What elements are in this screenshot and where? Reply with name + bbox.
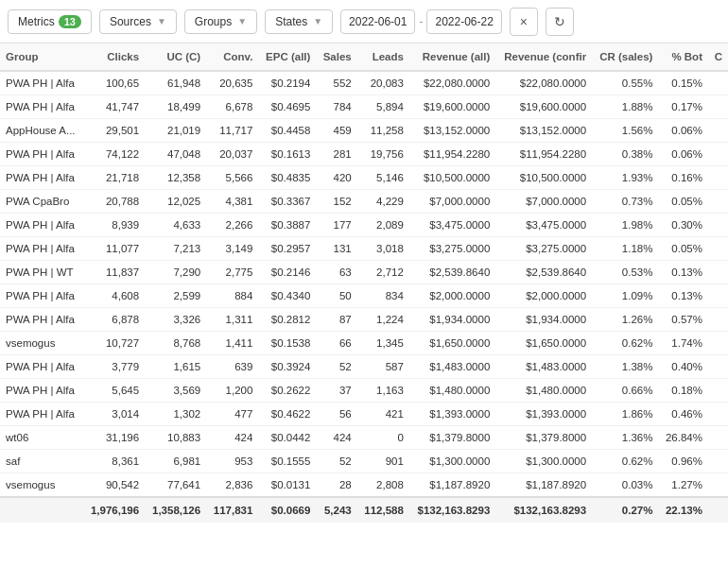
cell-9-9: 1.09%	[592, 284, 658, 308]
refresh-button[interactable]: ↻	[546, 8, 574, 36]
cell-15-3: 424	[206, 426, 258, 450]
cell-16-1: 8,361	[83, 450, 145, 473]
cell-10-3: 1,311	[206, 308, 258, 332]
cell-17-6: 2,808	[357, 473, 409, 498]
cell-11-3: 1,411	[206, 332, 258, 355]
cell-13-6: 1,163	[357, 379, 409, 403]
cell-4-2: 12,358	[145, 166, 206, 190]
table-row[interactable]: AppHouse A...29,50121,01911,717$0.445845…	[0, 119, 728, 143]
cell-5-3: 4,381	[206, 190, 258, 214]
col-header-conv-: Conv.	[206, 43, 258, 71]
cell-2-6: 11,258	[357, 119, 409, 143]
col-header-uc--c-: UC (C)	[145, 43, 206, 71]
toolbar: Metrics 13 Sources ▼ Groups ▼ States ▼ 2…	[0, 0, 728, 43]
footer-cell-0	[0, 497, 83, 523]
metrics-button[interactable]: Metrics 13	[8, 9, 92, 34]
col-header-revenue--confir: Revenue (confir	[495, 43, 592, 71]
cell-2-2: 21,019	[145, 119, 206, 143]
cell-7-4: $0.2957	[258, 237, 316, 261]
cell-1-6: 5,894	[357, 95, 409, 119]
cell-13-3: 1,200	[206, 379, 258, 403]
cell-0-9: 0.55%	[592, 71, 658, 95]
clear-button[interactable]: ×	[510, 8, 538, 36]
cell-16-11	[708, 450, 728, 473]
table-row[interactable]: PWA PH | Alfa3,7791,615639$0.392452587$1…	[0, 355, 728, 379]
groups-chevron: ▼	[237, 16, 247, 26]
cell-1-4: $0.4695	[258, 95, 316, 119]
table-row[interactable]: PWA PH | WT11,8377,2902,775$0.2146632,71…	[0, 261, 728, 284]
cell-9-4: $0.4340	[258, 284, 316, 308]
cell-1-10: 0.17%	[658, 95, 708, 119]
cell-8-2: 7,290	[145, 261, 206, 284]
cell-0-2: 61,948	[145, 71, 206, 95]
states-label: States	[275, 15, 307, 28]
date-end-input[interactable]: 2022-06-22	[426, 9, 501, 34]
table-row[interactable]: PWA PH | Alfa100,6561,94820,635$0.219455…	[0, 71, 728, 95]
cell-15-9: 1.36%	[592, 426, 658, 450]
table-row[interactable]: PWA CpaBro20,78812,0254,381$0.33671524,2…	[0, 190, 728, 214]
cell-9-6: 834	[357, 284, 409, 308]
footer-cell-9: 0.27%	[592, 497, 658, 523]
cell-11-2: 8,768	[145, 332, 206, 355]
cell-15-6: 0	[357, 426, 409, 450]
cell-4-8: $10,500.0000	[495, 166, 592, 190]
footer-cell-5: 5,243	[316, 497, 356, 523]
cell-7-1: 11,077	[83, 237, 145, 261]
groups-button[interactable]: Groups ▼	[184, 9, 257, 34]
sources-button[interactable]: Sources ▼	[99, 9, 177, 34]
table-row[interactable]: PWA PH | Alfa6,8783,3261,311$0.2812871,2…	[0, 308, 728, 332]
cell-4-5: 420	[316, 166, 356, 190]
table-row[interactable]: vsemogus10,7278,7681,411$0.1538661,345$1…	[0, 332, 728, 355]
cell-2-9: 1.56%	[592, 119, 658, 143]
col-header---bot: % Bot	[658, 43, 708, 71]
table-row[interactable]: PWA PH | Alfa5,6453,5691,200$0.2622371,1…	[0, 379, 728, 403]
cell-17-8: $1,187.8920	[495, 473, 592, 498]
metrics-label: Metrics	[18, 15, 55, 28]
date-start-input[interactable]: 2022-06-01	[340, 9, 415, 34]
table-row[interactable]: wt0631,19610,883424$0.04424240$1,379.800…	[0, 426, 728, 450]
cell-10-8: $1,934.0000	[495, 308, 592, 332]
cell-10-7: $1,934.0000	[409, 308, 495, 332]
table-row[interactable]: PWA PH | Alfa4,6082,599884$0.434050834$2…	[0, 284, 728, 308]
cell-6-10: 0.30%	[658, 214, 708, 237]
table-row[interactable]: PWA PH | Alfa74,12247,04820,037$0.161328…	[0, 143, 728, 166]
cell-8-6: 2,712	[357, 261, 409, 284]
table-row[interactable]: PWA PH | Alfa11,0777,2133,149$0.29571313…	[0, 237, 728, 261]
groups-label: Groups	[195, 15, 232, 28]
cell-11-5: 66	[316, 332, 356, 355]
cell-8-10: 0.13%	[658, 261, 708, 284]
cell-6-4: $0.3887	[258, 214, 316, 237]
table-row[interactable]: PWA PH | Alfa3,0141,302477$0.462256421$1…	[0, 403, 728, 426]
table-row[interactable]: PWA PH | Alfa41,74718,4996,678$0.4695784…	[0, 95, 728, 119]
cell-14-2: 1,302	[145, 403, 206, 426]
cell-6-2: 4,633	[145, 214, 206, 237]
cell-2-0: AppHouse A...	[0, 119, 83, 143]
cell-6-1: 8,939	[83, 214, 145, 237]
cell-4-9: 1.93%	[592, 166, 658, 190]
cell-4-6: 5,146	[357, 166, 409, 190]
states-button[interactable]: States ▼	[265, 9, 333, 34]
cell-0-4: $0.2194	[258, 71, 316, 95]
cell-8-8: $2,539.8640	[495, 261, 592, 284]
cell-9-2: 2,599	[145, 284, 206, 308]
table-row[interactable]: PWA PH | Alfa8,9394,6332,266$0.38871772,…	[0, 214, 728, 237]
col-header-epc--all-: EPC (all)	[258, 43, 316, 71]
table-row[interactable]: PWA PH | Alfa21,71812,3585,566$0.4835420…	[0, 166, 728, 190]
table-row[interactable]: saf8,3616,981953$0.155552901$1,300.0000$…	[0, 450, 728, 473]
cell-10-11	[708, 308, 728, 332]
table-row[interactable]: vsemogus90,54277,6412,836$0.0131282,808$…	[0, 473, 728, 498]
cell-3-3: 20,037	[206, 143, 258, 166]
cell-0-5: 552	[316, 71, 356, 95]
cell-11-11	[708, 332, 728, 355]
footer-cell-4: $0.0669	[258, 497, 316, 523]
cell-12-7: $1,483.0000	[409, 355, 495, 379]
cell-16-4: $0.1555	[258, 450, 316, 473]
cell-5-10: 0.05%	[658, 190, 708, 214]
cell-1-7: $19,600.0000	[409, 95, 495, 119]
cell-1-9: 1.88%	[592, 95, 658, 119]
cell-6-8: $3,475.0000	[495, 214, 592, 237]
cell-12-3: 639	[206, 355, 258, 379]
cell-4-11	[708, 166, 728, 190]
cell-9-8: $2,000.0000	[495, 284, 592, 308]
cell-13-11	[708, 379, 728, 403]
